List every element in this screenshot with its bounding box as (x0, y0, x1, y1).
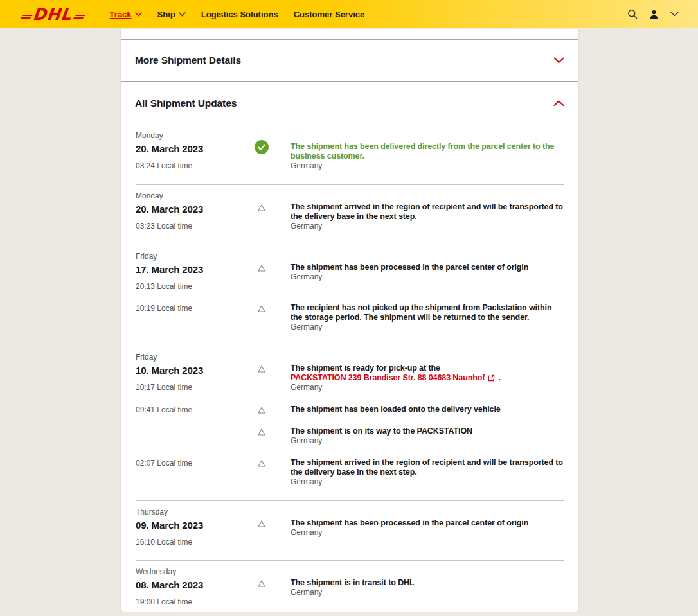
dhl-logo-text: DHL (32, 7, 73, 22)
nav-item-customer-service[interactable]: Customer Service (294, 10, 365, 19)
event-description: The shipment is in transit to DHL (291, 578, 563, 588)
main-nav: Track Ship Logistics Solutions Customer … (110, 10, 365, 19)
nav-item-ship[interactable]: Ship (157, 10, 186, 19)
event-description: The shipment arrived in the region of re… (291, 458, 563, 477)
event-body: The shipment is ready for pick-up at the… (291, 353, 563, 392)
timeline-marker-column (254, 507, 269, 547)
dhl-logo[interactable]: DHL (19, 6, 85, 22)
event-location: Germany (291, 477, 563, 487)
event-left-column: Monday20. March 202303:24 Local time (136, 131, 254, 171)
time-label: 20:13 Local time (136, 282, 254, 291)
event-description: The shipment has been processed in the p… (291, 518, 563, 528)
user-account-icon[interactable] (649, 10, 659, 19)
more-shipment-details-title: More Shipment Details (135, 55, 241, 66)
timeline-group: Friday10. March 202310:17 Local timeThe … (136, 346, 564, 501)
status-triangle-icon (258, 264, 265, 272)
dhl-logo-right-stripes-icon (71, 15, 85, 21)
status-triangle-icon (258, 406, 265, 414)
event-body: The shipment has been loaded onto the de… (291, 405, 563, 414)
event-body: The shipment has been delivered directly… (291, 131, 563, 171)
all-shipment-updates-title: All Shipment Updates (135, 98, 237, 109)
date-label: 10. March 2023 (136, 364, 254, 376)
event-location: Germany (291, 272, 563, 282)
timeline-group: Wednesday08. March 202319:00 Local timeT… (136, 561, 564, 612)
nav-item-track[interactable]: Track (110, 10, 142, 19)
timeline-event: Wednesday08. March 202319:00 Local timeT… (136, 567, 564, 606)
event-body: The shipment is in transit to DHLGermany (291, 567, 563, 606)
chevron-down-icon (553, 57, 564, 64)
date-label: 17. March 2023 (136, 263, 254, 276)
timeline-group: Thursday09. March 202316:10 Local timeTh… (136, 501, 564, 561)
nav-item-label: Ship (157, 10, 175, 19)
event-body: The shipment is on its way to the PACKST… (291, 427, 563, 446)
timeline-event: Friday10. March 202310:17 Local timeThe … (136, 353, 564, 392)
timeline-group: Monday20. March 202303:24 Local timeThe … (136, 125, 564, 185)
event-left-column: 10:19 Local time (136, 303, 254, 332)
event-location: Germany (291, 436, 563, 446)
search-icon[interactable] (627, 9, 638, 19)
time-label: 10:19 Local time (136, 304, 254, 313)
all-shipment-updates-accordion[interactable]: All Shipment Updates (121, 82, 578, 125)
timeline-event: Monday20. March 202303:23 Local timeThe … (136, 191, 564, 231)
status-triangle-icon (258, 520, 265, 528)
header-actions (627, 9, 679, 19)
event-location: Germany (291, 528, 563, 538)
packstation-link[interactable]: PACKSTATION 239 Brandiser Str. 88 04683 … (291, 373, 485, 383)
timeline-event: 09:41 Local timeThe shipment has been lo… (136, 405, 564, 414)
event-description: The shipment arrived in the region of re… (291, 202, 563, 222)
user-menu-chevron-down-icon[interactable] (670, 12, 679, 17)
event-body: The recipient has not picked up the ship… (291, 303, 563, 332)
delivered-check-icon (255, 140, 269, 154)
timeline-event: Friday17. March 202320:13 Local timeThe … (136, 252, 564, 291)
event-description: The shipment has been delivered directly… (291, 142, 563, 161)
timeline-marker-column (254, 427, 269, 446)
time-label: 10:17 Local time (136, 383, 254, 392)
date-label: 08. March 2023 (136, 579, 254, 591)
date-label: 09. March 2023 (136, 519, 254, 531)
timeline-marker-column (254, 303, 269, 332)
nav-item-logistics-solutions[interactable]: Logistics Solutions (201, 10, 278, 19)
top-navigation-bar: DHL Track Ship Logistics Solutions Custo… (0, 0, 698, 28)
time-label: 02:07 Local time (136, 459, 254, 468)
chevron-down-icon (179, 12, 186, 17)
timeline-event: The shipment is on its way to the PACKST… (136, 427, 564, 446)
event-left-column: Wednesday08. March 202319:00 Local time (136, 567, 254, 606)
day-label: Monday (136, 191, 254, 201)
event-location: Germany (291, 322, 563, 332)
day-label: Friday (136, 252, 254, 261)
day-label: Monday (136, 131, 254, 141)
event-description: The recipient has not picked up the ship… (291, 303, 563, 322)
event-left-column: Friday17. March 202320:13 Local time (136, 252, 254, 291)
timeline-marker-column (254, 131, 269, 171)
event-left-column: Friday10. March 202310:17 Local time (136, 353, 254, 392)
status-triangle-icon (258, 459, 265, 468)
shipment-details-card: More Shipment Details All Shipment Updat… (120, 29, 579, 612)
timeline-marker-column (254, 191, 269, 231)
chevron-up-icon (553, 100, 564, 107)
day-label: Thursday (136, 507, 254, 517)
link-suffix: . (498, 373, 500, 383)
time-label: 03:24 Local time (136, 161, 254, 170)
event-description: The shipment is on its way to the PACKST… (291, 427, 563, 436)
nav-item-label: Logistics Solutions (201, 10, 278, 19)
day-label: Wednesday (136, 567, 254, 577)
timeline-marker-column (254, 405, 269, 414)
event-body: The shipment has been processed in the p… (291, 507, 563, 547)
timeline-event: Monday20. March 202303:24 Local timeThe … (136, 131, 564, 171)
event-description: The shipment has been processed in the p… (291, 263, 563, 272)
event-location: Germany (291, 383, 563, 392)
more-shipment-details-accordion[interactable]: More Shipment Details (121, 40, 578, 82)
event-description: The shipment has been loaded onto the de… (291, 405, 563, 414)
timeline-marker-column (254, 353, 269, 392)
timeline-marker-column (254, 567, 269, 606)
date-label: 20. March 2023 (136, 203, 254, 215)
timeline-group: Monday20. March 202303:23 Local timeThe … (136, 185, 564, 245)
event-body: The shipment arrived in the region of re… (291, 458, 563, 487)
status-triangle-icon (258, 428, 265, 436)
external-link-icon (488, 374, 495, 382)
event-left-column: Monday20. March 202303:23 Local time (136, 191, 254, 231)
timeline-event: Thursday09. March 202316:10 Local timeTh… (136, 507, 564, 547)
event-left-column: 02:07 Local time (136, 458, 254, 487)
status-triangle-icon (258, 365, 265, 373)
event-left-column: Thursday09. March 202316:10 Local time (136, 507, 254, 547)
